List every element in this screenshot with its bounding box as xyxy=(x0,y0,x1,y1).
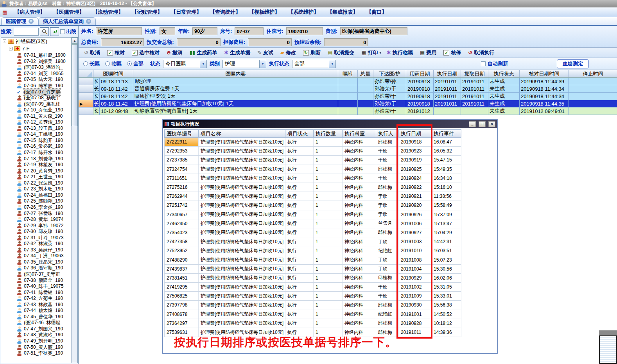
exec-status-dropdown[interactable]: 全部 ▼ xyxy=(292,60,336,68)
close-button[interactable]: × xyxy=(488,121,495,127)
menu-item[interactable]: 【模板维护】 xyxy=(245,9,284,16)
verify-selected-button[interactable]: ✔ 选中核对 xyxy=(129,49,163,56)
menu-item[interactable]: 【流动管理】 xyxy=(88,9,127,16)
chevron-down-icon[interactable]: ▼ xyxy=(259,60,266,68)
patient-tree-item[interactable]: 07-47_刘国兴_190 xyxy=(1,326,71,332)
tree-collapse-icon[interactable]: - xyxy=(9,47,13,50)
patient-tree-item[interactable]: 07-01_翁桂馨_1900 xyxy=(1,52,71,59)
patient-tree-item[interactable]: 07-17_陈开水_190 xyxy=(1,150,71,156)
order-type-radio[interactable]: 全部 xyxy=(127,60,143,67)
patient-tree-item[interactable]: 07-32_林淑英_190 xyxy=(1,241,71,247)
order-column-header[interactable]: 医嘱时间 xyxy=(93,70,133,77)
patient-tree-item[interactable]: 07-19_林笙友_190 xyxy=(1,162,71,168)
row-selector-cell[interactable]: ▶ xyxy=(79,100,93,108)
chevron-down-icon[interactable]: ▼ xyxy=(200,60,206,68)
exec-temp-order-button[interactable]: ✱ 执行临嘱 xyxy=(384,49,417,56)
order-row[interactable]: 长 09-18 11:42 吸痰护理 5*次 1天 孙浩荣/于 20190918… xyxy=(79,93,617,100)
order-row[interactable]: ▶ 长 09-18 11:42 护理费[使用防褥疮气垫床每日加收10元] 1天 … xyxy=(79,100,617,108)
patient-tree-item[interactable]: (医)07-07_许芝屏 xyxy=(1,89,71,95)
cancel-submit-button[interactable]: ▤ 取消提交 xyxy=(325,49,358,56)
order-type-radio[interactable]: 长嘱 xyxy=(83,60,100,67)
patient-tree-item[interactable]: 07-18_刘爱华_190 xyxy=(1,156,71,162)
order-column-header[interactable]: 执行状态 xyxy=(488,70,520,77)
execution-column-header[interactable]: 执行事件 xyxy=(432,130,461,137)
order-column-header[interactable]: 核对日期时间 xyxy=(520,70,569,77)
patient-tree-item[interactable]: (医)07-37_史守群 xyxy=(1,271,71,278)
tab[interactable]: 病人汇总清单查询 ✕ xyxy=(38,17,96,25)
row-selector-cell[interactable] xyxy=(79,93,93,100)
tree-collapse-icon[interactable]: - xyxy=(3,39,6,43)
discharge-checkbox[interactable] xyxy=(60,29,65,34)
patient-tree-item[interactable]: 07-42_方菊生_190 xyxy=(1,296,71,302)
order-column-header[interactable]: 执行日期 xyxy=(434,70,461,77)
patient-tree-item[interactable]: 07-26_李金炎_190 xyxy=(1,204,71,211)
patient-tree-item[interactable]: 07-22_张达凯_190 xyxy=(1,180,71,186)
scrollbar-thumb[interactable] xyxy=(72,44,77,126)
patient-tree-item[interactable]: 07-31_叶玲_19073 xyxy=(1,235,71,241)
order-column-header[interactable]: 停止时间 xyxy=(569,70,617,77)
menu-item[interactable]: 【查询统计】 xyxy=(206,9,245,16)
patient-tree-item[interactable]: 07-41_陈爱银_190 xyxy=(1,289,71,296)
patient-tree-item[interactable]: 07-20_黄育秀_190 xyxy=(1,168,71,174)
maximize-button[interactable]: □ xyxy=(479,121,486,127)
order-row[interactable]: 长 10-12 09:48 动静脉置管护理[留置针] 1天 孙浩荣/于 2019… xyxy=(79,108,617,115)
order-column-header[interactable]: 提取日期 xyxy=(461,70,488,77)
patient-tree-item[interactable]: 07-35_庄晶宋_190 xyxy=(1,259,71,265)
patient-tree-item[interactable]: 07-15_陈韵开_190 xyxy=(1,138,71,144)
generate-doc-button[interactable]: ✱ 生成单据 xyxy=(222,49,254,56)
patient-tree-item[interactable]: 07-40_陈丰_19075 xyxy=(1,283,71,290)
blood-glucose-button[interactable]: 血糖测定 xyxy=(557,59,589,68)
patient-tree-item[interactable]: (医)07-08_杨晓宇 xyxy=(1,95,71,101)
patient-tree-item[interactable]: 07-12_黄秀清_190 xyxy=(1,119,71,126)
patient-tree-item[interactable]: 07-14_王姚强_190 xyxy=(1,131,71,138)
order-column-header[interactable]: 嘱咐 xyxy=(338,70,358,77)
patient-tree-item[interactable]: 07-50_黄人丽_190 xyxy=(1,344,71,350)
tab-close-icon[interactable]: ✕ xyxy=(29,19,34,24)
patient-tree-item[interactable]: 07-10_乔恒业_190 xyxy=(1,107,71,113)
patient-tree-item[interactable]: 07-11_黄大森_190 xyxy=(1,113,71,119)
patient-tree-item[interactable]: 07-04_刘英_19065 xyxy=(1,71,71,77)
tab[interactable]: 医嘱管理 ✕ xyxy=(1,17,38,25)
refresh-button[interactable]: ↻ 刷新 xyxy=(301,49,325,56)
auto-refresh-checkbox[interactable] xyxy=(481,61,486,66)
patient-tree-item[interactable]: 07-51_李秋英_190 xyxy=(1,350,71,357)
patient-tree-item[interactable]: (医)07-46_林德煋 xyxy=(1,320,71,326)
patient-tree-item[interactable]: 07-38_颜隆金_190 xyxy=(1,277,71,283)
print-button[interactable]: ▦ 打印 ▾ xyxy=(359,49,384,56)
status-dropdown[interactable]: 今日医嘱 ▼ xyxy=(163,60,207,68)
tree-group-floor[interactable]: - ✚ 7-F xyxy=(1,45,77,52)
search-button[interactable] xyxy=(40,27,49,36)
patient-tree-item[interactable]: (医)07-03_潘道昫_ xyxy=(1,65,71,71)
scroll-up-icon[interactable]: ▲ xyxy=(72,38,78,44)
execution-column-header[interactable]: 项目名称 xyxy=(199,130,285,137)
patient-tree-item[interactable]: 07-25_陈颐朔_190 xyxy=(1,198,71,204)
order-row[interactable]: 长 09-18 11:42 普通病房床位费 1天 孙浩荣/于 20190918 … xyxy=(79,85,617,93)
revoke-button[interactable]: ⊖ 撤消 xyxy=(164,49,187,56)
menu-item[interactable]: 【日常管理】 xyxy=(167,9,206,16)
patient-tree-item[interactable]: 07-21_王世玉_190 xyxy=(1,174,71,180)
patient-tree-item[interactable]: 07-43_林政基_190 xyxy=(1,301,71,308)
modify-button[interactable]: ▰ 修改 xyxy=(278,49,300,56)
tree-scrollbar[interactable]: ▲ xyxy=(71,38,77,363)
order-column-header[interactable]: 用药日期 xyxy=(406,70,434,77)
tree-root-ward[interactable]: - ✚ 神经病区(3区) xyxy=(1,38,77,45)
patient-tree-item[interactable]: 07-33_吴妹仔_190 xyxy=(1,247,71,253)
category-dropdown[interactable]: 护理 ▼ xyxy=(222,60,266,68)
verify-stop-button[interactable]: ✔ 核停 xyxy=(441,49,465,56)
execution-column-header[interactable]: 项目状态 xyxy=(285,130,314,137)
patient-tree-item[interactable]: 07-13_段玉凤_190 xyxy=(1,126,71,132)
menu-item[interactable]: 【系统维护】 xyxy=(284,9,323,16)
skin-test-button[interactable]: ✎ 皮试 xyxy=(255,49,277,56)
chevron-down-icon[interactable]: ▼ xyxy=(329,60,335,68)
fee-button[interactable]: ▦ 费用 xyxy=(418,49,440,56)
patient-tree-item[interactable]: 07-30_邱友珍_190 xyxy=(1,229,71,235)
order-column-header[interactable]: 总量 xyxy=(358,70,373,77)
generate-med-list-button[interactable]: ▮▮ 生成药单 xyxy=(187,49,221,56)
menu-item[interactable]: 【病人管理】 xyxy=(10,9,49,16)
execution-column-header[interactable]: 执行数量 xyxy=(314,130,343,137)
patient-tree-item[interactable]: 07-16_常必武_190 xyxy=(1,143,71,150)
patient-tree-item[interactable]: 07-48_黄淑玲_190 xyxy=(1,332,71,338)
patient-tree-item[interactable]: 07-27_张爱珠_190 xyxy=(1,210,71,217)
row-selector-cell[interactable] xyxy=(79,85,93,93)
tab-close-icon[interactable]: ✕ xyxy=(86,19,91,24)
